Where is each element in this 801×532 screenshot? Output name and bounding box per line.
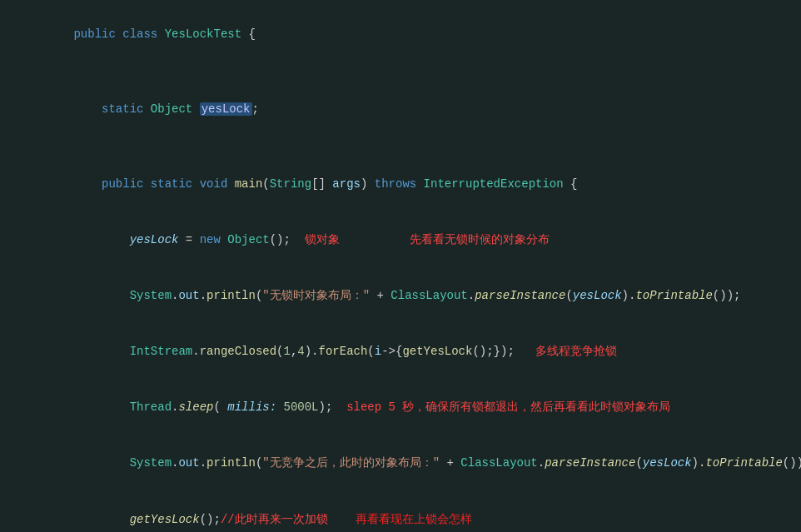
- line-content-8: IntStream.rangeClosed(1,4).forEach(i->{g…: [25, 324, 801, 380]
- code-line-3: static Object yesLock;: [0, 82, 801, 137]
- line-content-2: [25, 62, 801, 81]
- code-line-8: IntStream.rangeClosed(1,4).forEach(i->{g…: [0, 324, 801, 380]
- code-line-11: getYesLock();//此时再来一次加锁 再看看现在上锁会怎样: [0, 491, 801, 532]
- code-line-9: Thread.sleep( millis: 5000L); sleep 5 秒，…: [0, 380, 801, 435]
- code-line-2: [0, 62, 801, 81]
- code-line-5: public static void main(String[] args) t…: [0, 156, 801, 211]
- code-line-6: yesLock = new Object(); 锁对象 先看看无锁时候的对象分布: [0, 211, 801, 267]
- code-editor: public class YesLockTest { static Object…: [0, 0, 801, 532]
- line-content-9: Thread.sleep( millis: 5000L); sleep 5 秒，…: [25, 380, 801, 435]
- code-line-10: System.out.println("无竞争之后，此时的对象布局：" + Cl…: [0, 435, 801, 491]
- line-content-10: System.out.println("无竞争之后，此时的对象布局：" + Cl…: [25, 435, 801, 491]
- line-content-3: static Object yesLock;: [25, 82, 801, 137]
- line-content-11: getYesLock();//此时再来一次加锁 再看看现在上锁会怎样: [25, 491, 801, 532]
- line-content-4: [25, 137, 801, 156]
- line-content-1: public class YesLockTest {: [25, 7, 801, 62]
- line-content-7: System.out.println("无锁时对象布局：" + ClassLay…: [25, 267, 801, 323]
- line-content-6: yesLock = new Object(); 锁对象 先看看无锁时候的对象分布: [25, 211, 801, 267]
- line-content-5: public static void main(String[] args) t…: [25, 156, 801, 211]
- code-line-1: public class YesLockTest {: [0, 7, 801, 62]
- code-line-4: [0, 137, 801, 156]
- code-line-7: System.out.println("无锁时对象布局：" + ClassLay…: [0, 267, 801, 323]
